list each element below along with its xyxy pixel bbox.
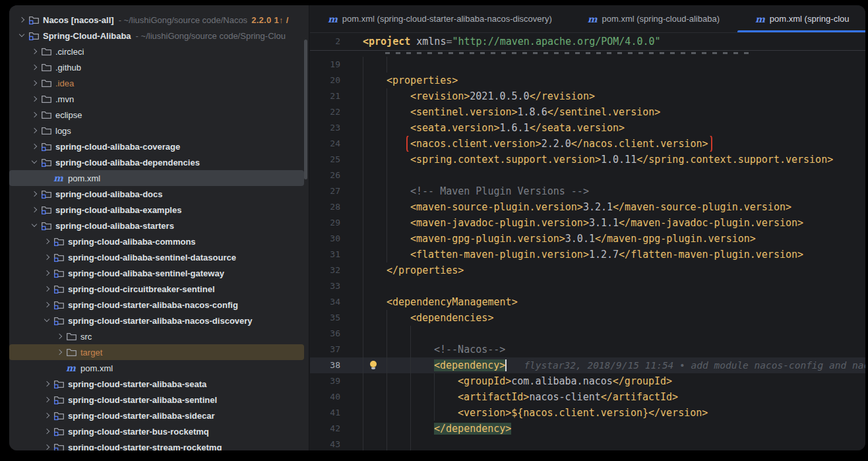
tree-row[interactable]: spring-cloud-alibaba-sentinel-gateway	[9, 265, 304, 281]
tree-row[interactable]: spring-cloud-alibaba-starters	[9, 218, 304, 233]
tree-row[interactable]: mpom.xml	[9, 360, 304, 376]
chevron-right-icon[interactable]	[28, 75, 41, 91]
tree-row[interactable]: spring-cloud-alibaba-coverage	[9, 138, 304, 154]
module-folder-icon	[53, 237, 68, 247]
chevron-right-icon[interactable]	[53, 328, 66, 344]
chevron-right-icon[interactable]	[28, 123, 41, 138]
tree-scrollbar[interactable]	[304, 40, 307, 179]
tree-row[interactable]: mpom.xml	[9, 170, 304, 186]
tree-row[interactable]: spring-cloud-alibaba-commons	[9, 233, 304, 249]
chevron-right-icon[interactable]	[28, 186, 41, 202]
chevron-down-icon[interactable]	[28, 154, 41, 170]
code-line[interactable]: 39<groupId>com.alibaba.nacos</groupId>	[310, 373, 865, 389]
code-line[interactable]: 33	[310, 278, 865, 294]
tree-row[interactable]: spring-cloud-starter-alibaba-nacos-confi…	[9, 297, 304, 313]
code-line[interactable]: 26	[310, 168, 865, 183]
maven-icon: m	[66, 363, 80, 373]
chevron-right-icon[interactable]	[41, 423, 53, 439]
code-line[interactable]: 27<!-- Maven Plugin Versions -->	[310, 183, 865, 199]
tree-row[interactable]: spring-cloud-circuitbreaker-sentinel	[9, 281, 304, 297]
code-line[interactable]: 35<dependencies>	[310, 310, 865, 326]
code-line[interactable]: 20<properties>	[310, 73, 865, 88]
chevron-right-icon[interactable]	[41, 439, 53, 450]
tree-row[interactable]: .circleci	[9, 44, 304, 59]
tree-row[interactable]: .idea	[9, 75, 304, 91]
tree-row[interactable]: src	[9, 328, 304, 344]
chevron-right-icon[interactable]	[41, 265, 53, 281]
code-token: <!--Nacos-->	[434, 344, 505, 355]
code-token: 1.8.6	[518, 106, 547, 118]
chevron-right-icon[interactable]	[28, 44, 41, 59]
tree-row[interactable]: Spring-Cloud-Alibaba- ~/liushiGong/sourc…	[9, 28, 304, 44]
git-branch-widget[interactable]: 2.2.0 1↑ /	[251, 15, 288, 25]
code-line[interactable]: 19	[310, 57, 865, 73]
tree-row[interactable]: logs	[9, 123, 304, 138]
code-line[interactable]: 43	[310, 437, 865, 450]
line-number: 27	[310, 183, 340, 199]
tree-row[interactable]: spring-cloud-alibaba-examples	[9, 202, 304, 218]
tree-row[interactable]: spring-cloud-starter-stream-rocketmq	[9, 439, 304, 450]
tree-row[interactable]: target	[9, 344, 304, 360]
chevron-down-icon[interactable]	[41, 313, 53, 328]
chevron-right-icon[interactable]	[41, 376, 53, 392]
code-line[interactable]: 36	[310, 326, 865, 342]
code-line[interactable]: 29<maven-javadoc-plugin.version>3.1.1</m…	[310, 215, 865, 231]
code-line[interactable]: 31<flatten-maven-plugin.version>1.2.7</f…	[310, 247, 865, 262]
chevron-right-icon[interactable]	[41, 408, 53, 423]
tree-row[interactable]: spring-cloud-starter-alibaba-sidecar	[9, 408, 304, 423]
chevron-right-icon[interactable]	[28, 91, 41, 107]
code-line[interactable]: 21<revision>2021.0.5.0</revision>	[310, 88, 865, 104]
chevron-right-icon[interactable]	[41, 233, 53, 249]
editor-tab[interactable]: mpom.xml (spring-cloud-alibaba)	[570, 5, 737, 32]
tree-row[interactable]: spring-cloud-starter-bus-rocketmq	[9, 423, 304, 439]
tree-row[interactable]: spring-cloud-starter-alibaba-seata	[9, 376, 304, 392]
code-line[interactable]: 30<maven-gpg-plugin.version>3.0.1</maven…	[310, 231, 865, 247]
chevron-right-icon[interactable]	[28, 138, 41, 154]
tree-row[interactable]: spring-cloud-alibaba-dependencies	[9, 154, 304, 170]
code-area[interactable]: 1920<properties>21<revision>2021.0.5.0</…	[310, 57, 865, 450]
code-line[interactable]: 24<nacos.client.version>2.2.0</nacos.cli…	[310, 136, 865, 152]
chevron-right-icon[interactable]	[53, 344, 66, 360]
code-line[interactable]: 41<version>${nacos.client.version}</vers…	[310, 405, 865, 421]
tree-row[interactable]: spring-cloud-alibaba-docs	[9, 186, 304, 202]
code-line[interactable]: 34<dependencyManagement>	[310, 294, 865, 310]
intention-bulb-icon[interactable]	[369, 361, 377, 370]
tree-row[interactable]: spring-cloud-starter-alibaba-nacos-disco…	[9, 313, 304, 328]
chevron-down-icon[interactable]	[16, 28, 28, 44]
chevron-down-icon[interactable]	[28, 218, 41, 233]
code-line[interactable]: 25<spring.context.support.version>1.0.11…	[310, 152, 865, 168]
tree-item-label: spring-cloud-circuitbreaker-sentinel	[68, 284, 215, 294]
code-line[interactable]: 28<maven-source-plugin.version>3.2.1</ma…	[310, 199, 865, 215]
code-line[interactable]: 2<project xmlns="http://maven.apache.org…	[310, 33, 865, 50]
chevron-right-icon[interactable]	[16, 12, 28, 28]
code-token: </seata.version>	[530, 122, 625, 134]
tree-row[interactable]: .github	[9, 59, 304, 75]
tree-row[interactable]: spring-cloud-starter-alibaba-sentinel	[9, 392, 304, 408]
code-line[interactable]: 40<artifactId>nacos-client</artifactId>	[310, 389, 865, 405]
chevron-right-icon[interactable]	[28, 202, 41, 218]
code-line[interactable]: 23<seata.version>1.6.1</seata.version>	[310, 120, 865, 136]
tree-row[interactable]: .mvn	[9, 91, 304, 107]
code-token: 3.1.1	[589, 217, 619, 229]
code-line[interactable]: 42</dependency>	[310, 421, 865, 437]
code-line[interactable]: 32</properties>	[310, 262, 865, 278]
chevron-right-icon[interactable]	[28, 107, 41, 123]
code-token: <version>	[458, 407, 511, 419]
chevron-right-icon[interactable]	[28, 59, 41, 75]
editor-tab[interactable]: mpom.xml (spring-cloud-starter-alibaba-n…	[310, 5, 570, 32]
tree-item-label: target	[80, 348, 102, 357]
chevron-spacer	[41, 170, 53, 186]
tree-row[interactable]: Nacos [nacos-all]- ~/liushiGong/source c…	[9, 12, 304, 28]
code-line[interactable]: 38<dependency>flystar32, 2018/9/15 11:54…	[310, 357, 865, 373]
tree-row[interactable]: eclipse	[9, 107, 304, 123]
chevron-right-icon[interactable]	[41, 249, 53, 265]
project-tree: Nacos [nacos-all]- ~/liushiGong/source c…	[9, 12, 309, 450]
code-line[interactable]: 22<sentinel.version>1.8.6</sentinel.vers…	[310, 104, 865, 120]
chevron-right-icon[interactable]	[41, 297, 53, 313]
editor-tab[interactable]: mpom.xml (spring-clou	[737, 5, 865, 32]
code-line[interactable]: 37<!--Nacos-->	[310, 342, 865, 357]
line-number: 20	[310, 73, 340, 88]
chevron-right-icon[interactable]	[41, 392, 53, 408]
chevron-right-icon[interactable]	[41, 281, 53, 297]
tree-row[interactable]: spring-cloud-alibaba-sentinel-datasource	[9, 249, 304, 265]
